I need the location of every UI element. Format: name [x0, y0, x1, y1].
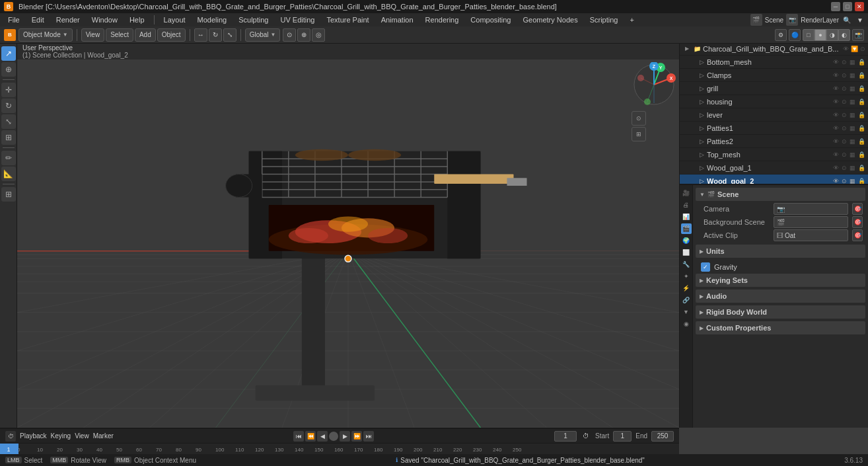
menu-edit[interactable]: Edit: [26, 15, 50, 24]
prop-tab-world[interactable]: 🌍: [681, 235, 692, 246]
step-forward-btn[interactable]: ⏩: [351, 431, 362, 442]
proportional-icon[interactable]: ◎: [312, 28, 325, 42]
object-mode-dropdown[interactable]: Object Mode ▼: [18, 28, 73, 42]
outliner-item-bottom-mesh[interactable]: ▷ Bottom_mesh 👁 ⊙ ▦ 🔒: [680, 56, 868, 69]
rotate-tool[interactable]: ↻: [1, 98, 16, 113]
prop-tab-data[interactable]: ▼: [681, 307, 692, 317]
outliner-collection-item[interactable]: ▶ 📁 Charcoal_Grill_with_BBQ_Grate_and_B.…: [680, 42, 868, 56]
annotate-tool[interactable]: ✏: [1, 151, 16, 165]
add-menu[interactable]: Add: [135, 28, 156, 42]
outliner-item-clamps[interactable]: ▷ Clamps 👁 ⊙ ▦ 🔒: [680, 69, 868, 82]
overlay-icon[interactable]: ⚙: [775, 29, 787, 41]
prop-tab-scene[interactable]: 🎬: [681, 223, 692, 234]
minimize-button[interactable]: ─: [831, 2, 840, 11]
outliner-item-top-mesh[interactable]: ▷ Top_mesh 👁 ⊙ ▦ 🔒: [680, 148, 868, 161]
transform-space[interactable]: Global ▼: [245, 28, 281, 42]
jump-end-btn[interactable]: ⏭: [363, 431, 374, 442]
viewport[interactable]: User Perspective (1) Scene Collection | …: [17, 44, 679, 428]
prop-tab-view-layer[interactable]: 📊: [681, 212, 692, 222]
bg-scene-pick-btn[interactable]: 🎯: [852, 216, 863, 228]
prop-tab-modifier[interactable]: 🔧: [681, 259, 692, 270]
search-icon[interactable]: 🔍: [842, 15, 852, 25]
current-frame-field[interactable]: 1: [554, 431, 577, 442]
navigation-gizmo[interactable]: X Y Z ⊙ ⊞: [632, 62, 676, 141]
scene-section-header[interactable]: ▼ 🎬 Scene: [696, 188, 865, 201]
workspace-add[interactable]: +: [624, 15, 639, 24]
outliner-item-grill[interactable]: ▷ grill 👁 ⊙ ▦ 🔒: [680, 82, 868, 95]
render-layer-icon[interactable]: 📷: [786, 14, 798, 26]
workspace-texture-paint[interactable]: Texture Paint: [321, 15, 374, 24]
outliner-item-housing[interactable]: ▷ housing 👁 ⊙ ▦ 🔒: [680, 95, 868, 108]
snap-icon[interactable]: ⊙: [283, 28, 296, 42]
menu-window[interactable]: Window: [87, 15, 123, 24]
outliner-item-patties1[interactable]: ▷ Patties1 👁 ⊙ ▦ 🔒: [680, 122, 868, 135]
prop-tab-render[interactable]: 🎥: [681, 188, 692, 198]
move-tool[interactable]: ✛: [1, 83, 16, 97]
workspace-geometry-nodes[interactable]: Geometry Nodes: [517, 15, 583, 24]
close-button[interactable]: ✕: [855, 2, 864, 11]
stop-btn[interactable]: [329, 432, 338, 441]
keying-sets-header[interactable]: ▶ Keying Sets: [696, 274, 865, 287]
workspace-layout[interactable]: Layout: [159, 15, 191, 24]
add-tool[interactable]: ⊞: [1, 187, 16, 202]
outliner-item-patties2[interactable]: ▷ Patties2 👁 ⊙ ▦ 🔒: [680, 135, 868, 148]
menu-help[interactable]: Help: [124, 15, 150, 24]
active-clip-pick-btn[interactable]: 🎯: [852, 229, 863, 241]
solid-btn[interactable]: ●: [814, 29, 826, 41]
pivot-icon[interactable]: ⊕: [297, 28, 310, 42]
timeline-marker[interactable]: Marker: [93, 432, 114, 440]
measure-tool[interactable]: 📐: [1, 167, 16, 181]
scale-tool[interactable]: ⤡: [1, 114, 16, 129]
menu-file[interactable]: File: [3, 15, 25, 24]
workspace-rendering[interactable]: Rendering: [420, 15, 464, 24]
prop-tab-material[interactable]: ◉: [681, 319, 692, 329]
rotate-icon[interactable]: ↻: [209, 28, 222, 42]
perspective-toggle[interactable]: ⊙: [632, 111, 646, 126]
prop-tab-particles[interactable]: ✦: [681, 271, 692, 282]
rigid-body-header[interactable]: ▶ Rigid Body World: [696, 305, 865, 319]
camera-pick-btn[interactable]: 🎯: [852, 203, 863, 215]
workspace-scripting[interactable]: Scripting: [585, 15, 624, 24]
play-reverse-btn[interactable]: ◀: [317, 431, 328, 442]
workspace-modeling[interactable]: Modeling: [192, 15, 233, 24]
active-clip-value[interactable]: 🎞 Oat: [774, 229, 848, 241]
bg-scene-value[interactable]: 🎬: [774, 216, 848, 228]
camera-value[interactable]: 📷: [774, 203, 848, 215]
prop-tab-physics[interactable]: ⚡: [681, 283, 692, 293]
outliner-item-lever[interactable]: ▷ lever 👁 ⊙ ▦ 🔒: [680, 108, 868, 122]
filter-icon[interactable]: ▼: [855, 15, 865, 25]
local-view-toggle[interactable]: ⊞: [632, 127, 646, 141]
jump-start-btn[interactable]: ⏮: [293, 431, 304, 442]
select-tool[interactable]: ↗: [1, 46, 16, 61]
view-menu[interactable]: View: [81, 28, 105, 42]
outliner-item-wood1[interactable]: ▷ Wood_goal_1 👁 ⊙ ▦ 🔒: [680, 161, 868, 175]
workspace-compositing[interactable]: Compositing: [465, 15, 516, 24]
grab-icon[interactable]: ↔: [194, 28, 207, 42]
object-menu[interactable]: Object: [157, 28, 186, 42]
material-btn[interactable]: ◑: [826, 29, 838, 41]
outliner-item-wood2[interactable]: ▷ Wood_goal_2 👁 ⊙ ▦ 🔒: [680, 175, 868, 184]
cursor-tool[interactable]: ⊕: [1, 62, 16, 77]
camera-view-icon[interactable]: 📸: [852, 29, 864, 41]
play-btn[interactable]: ▶: [340, 431, 350, 442]
timeline-view[interactable]: View: [75, 432, 89, 440]
workspace-uv-editing[interactable]: UV Editing: [275, 15, 320, 24]
timeline-keying[interactable]: Keying: [51, 432, 71, 440]
custom-props-header[interactable]: ▶ Custom Properties: [696, 321, 865, 334]
prop-tab-object[interactable]: ⬜: [681, 247, 692, 258]
audio-section-header[interactable]: ▶ Audio: [696, 290, 865, 303]
workspace-animation[interactable]: Animation: [376, 15, 419, 24]
gizmo-icon[interactable]: 🔵: [789, 29, 801, 41]
transform-tool[interactable]: ⊞: [1, 130, 16, 145]
prop-tab-constraints[interactable]: 🔗: [681, 295, 692, 305]
prop-tab-output[interactable]: 🖨: [681, 200, 692, 210]
scene-icon[interactable]: 🎬: [750, 14, 762, 26]
step-back-btn[interactable]: ⏪: [305, 431, 316, 442]
start-frame-field[interactable]: 1: [613, 431, 632, 442]
maximize-button[interactable]: □: [843, 2, 852, 11]
scale-icon[interactable]: ⤡: [223, 28, 236, 42]
units-section-header[interactable]: ▶ Units: [696, 245, 865, 258]
timeline-playback[interactable]: Playback: [20, 432, 47, 440]
menu-render[interactable]: Render: [51, 15, 85, 24]
rendered-btn[interactable]: ◐: [838, 29, 850, 41]
